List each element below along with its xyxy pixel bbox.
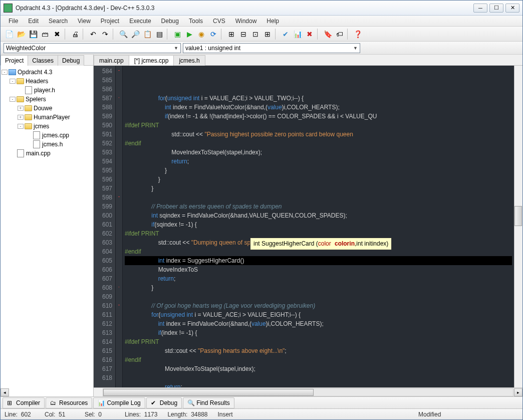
win1-icon[interactable]: ⊞ [226,29,237,40]
find-results-tab[interactable]: 🔍Find Results [183,397,234,408]
code-line[interactable]: } [125,283,512,292]
bookmark-icon[interactable]: 🔖 [322,29,333,40]
goto-bookmark-icon[interactable]: 🏷 [334,29,345,40]
tree-node[interactable]: jcmes.cpp [2,131,92,140]
menu-window[interactable]: Window [230,16,262,26]
tree-node[interactable]: +Douwe [2,104,92,113]
code-line[interactable] [125,373,512,382]
fold-marker-icon[interactable]: · [118,94,120,101]
code-line[interactable]: std::cout << "Passing highest possible z… [125,130,512,139]
win4-icon[interactable]: ⊞ [262,29,273,40]
project-tab[interactable]: Project [1,55,28,66]
code-line[interactable]: // Of gooi hoge hearts weg (Lage voor ve… [125,301,512,310]
menu-project[interactable]: Project [96,16,124,26]
menu-edit[interactable]: Edit [23,16,44,26]
goto-icon[interactable]: ▤ [154,29,165,40]
tree-expander-icon[interactable]: - [10,97,16,102]
redo-icon[interactable]: ↷ [100,29,111,40]
code-line[interactable]: return; [125,382,512,387]
tab-jcmes-h[interactable]: jcmes.h [173,55,205,66]
code-line[interactable] [125,292,512,301]
code-line[interactable]: MoveIndexToStapel(stapel,index); [125,364,512,373]
menu-execute[interactable]: Execute [124,16,156,26]
tree-node[interactable]: main.cpp [2,149,92,158]
tree-node[interactable]: -Headers [2,77,92,86]
tab-jcmes-cpp[interactable]: [*] jcmes.cpp [129,55,174,66]
code-line[interactable]: } [125,166,512,175]
classes-tab[interactable]: Classes [28,55,58,66]
code-line[interactable]: return; [125,157,512,166]
tree-node[interactable]: -Spelers [2,95,92,104]
replace-icon[interactable]: 🔎 [130,29,141,40]
code-line[interactable]: for(unsigned int i = VALUE_ACE;i > VALUE… [125,94,512,103]
fold-marker-icon[interactable]: · [118,283,120,290]
close-button[interactable]: ✕ [505,4,519,13]
tree-node[interactable]: -Opdracht 4.3 [2,68,92,77]
code-line[interactable]: int index = SuggestHigherCard() [125,256,512,265]
code-line[interactable]: if(index != -1) { [125,328,512,337]
compile-run-icon[interactable]: ◉ [196,29,207,40]
menu-view[interactable]: View [73,16,96,26]
code-line[interactable]: int index = FindValueNotColor(&hand,(val… [125,103,512,112]
horizontal-scrollbar[interactable]: ◂ ▸ [94,387,522,396]
code-line[interactable]: if(sqindex != -1) { [125,220,512,229]
compiler-tab[interactable]: ⊞Compiler [3,397,45,408]
compile-log-tab[interactable]: 📊Compile Log [93,397,145,408]
rebuild-icon[interactable]: ⟳ [208,29,219,40]
code-line[interactable]: #endif [125,139,512,148]
find-icon[interactable]: 🔍 [118,29,129,40]
menu-help[interactable]: Help [262,16,284,26]
tab-main-cpp[interactable]: main.cpp [94,55,129,66]
code-line[interactable]: #endif [125,355,512,364]
resources-tab[interactable]: 🗂Resources [46,397,92,408]
code-line[interactable]: #ifdef PRINT [125,121,512,130]
fold-column[interactable]: - · - · - [116,66,123,387]
code-line[interactable]: #ifdef PRINT [125,229,512,238]
profile-icon[interactable]: 📊 [292,29,303,40]
debug-stop-icon[interactable]: ✖ [304,29,315,40]
debug-output-tab[interactable]: ✔Debug [146,397,182,408]
menu-tools[interactable]: Tools [184,16,208,26]
code-line[interactable]: MoveIndexToStapel(stapel,index); [125,148,512,157]
code-line[interactable]: MoveIndexToS [125,265,512,274]
code-line[interactable]: } [125,175,512,184]
member-combo[interactable]: value1 : unsigned int▼ [183,43,360,53]
find-in-files-icon[interactable]: 📋 [142,29,153,40]
code-line[interactable]: #ifdef PRINT [125,337,512,346]
menu-file[interactable]: File [4,16,23,26]
fold-marker-icon[interactable]: - [118,67,120,74]
help-icon[interactable]: ❓ [352,29,363,40]
class-combo[interactable]: WeightedColor▼ [4,43,181,53]
close-file-icon[interactable]: ✖ [52,29,63,40]
tree-node[interactable]: player.h [2,86,92,95]
tree-expander-icon[interactable]: - [2,70,8,75]
menu-debug[interactable]: Debug [156,16,184,26]
tree-expander-icon[interactable]: + [18,106,24,111]
save-icon[interactable]: 💾 [28,29,39,40]
project-tree[interactable]: -Opdracht 4.3-Headersplayer.h-Spelers+Do… [1,66,93,396]
print-icon[interactable]: 🖨 [70,29,81,40]
fold-marker-icon[interactable]: - [118,193,120,200]
tree-expander-icon[interactable]: + [18,115,24,120]
code-editor[interactable]: 5845855865875885895905915925935945955965… [94,66,522,387]
code-line[interactable]: return; [125,274,512,283]
code-line[interactable]: if(index != -1 && !(hand[index]->color()… [125,112,512,121]
debug-start-icon[interactable]: ✔ [280,29,291,40]
maximize-button[interactable]: ☐ [489,4,503,13]
code-content[interactable]: for(unsigned int i = VALUE_ACE;i > VALUE… [123,66,514,387]
tree-node[interactable]: jcmes.h [2,140,92,149]
tree-expander-icon[interactable]: - [10,79,16,84]
compile-icon[interactable]: ▣ [172,29,183,40]
code-line[interactable] [125,193,512,202]
menu-cvs[interactable]: CVS [208,16,230,26]
code-line[interactable]: } [125,184,512,193]
debug-tab[interactable]: Debug [58,55,84,66]
tree-node[interactable]: +HumanPlayer [2,113,92,122]
win3-icon[interactable]: ⊡ [250,29,261,40]
menu-search[interactable]: Search [44,16,73,26]
tree-expander-icon[interactable]: - [18,124,24,129]
code-line[interactable]: int index = FindValueColor(&hand,(value)… [125,319,512,328]
open-icon[interactable]: 📂 [16,29,27,40]
new-file-icon[interactable]: 📄 [4,29,15,40]
code-line[interactable]: // Probeer als eerste queen of spades te… [125,202,512,211]
